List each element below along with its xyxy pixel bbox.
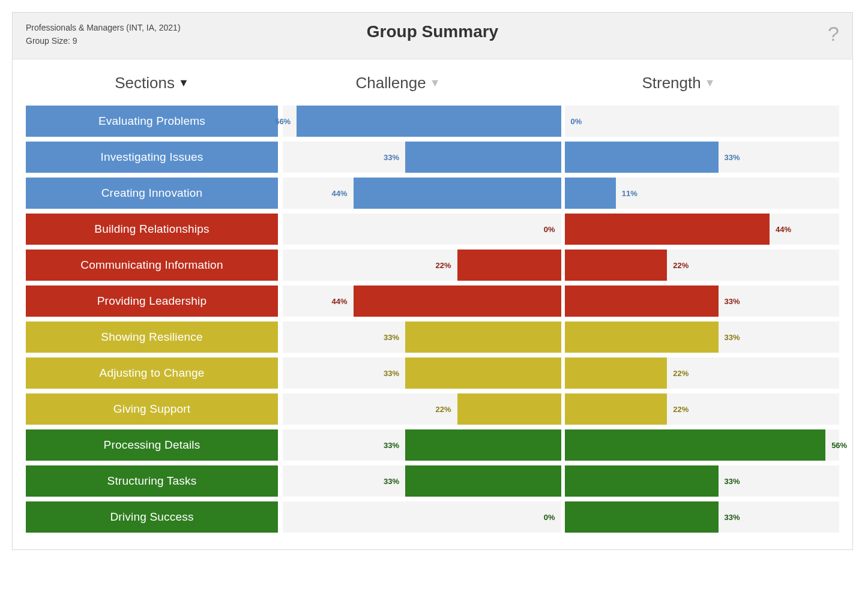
section-cell[interactable]: Investigating Issues [26, 142, 278, 173]
strength-half: 56% [561, 429, 840, 461]
strength-half: 33% [561, 286, 840, 317]
meta-line-1: Professionals & Managers (INT, IA, 2021) [26, 21, 181, 34]
challenge-bar [457, 250, 561, 281]
sort-challenge[interactable]: Challenge ▼ [278, 74, 518, 92]
challenge-half: 22% [283, 250, 561, 281]
bars-cell: 56%0% [283, 106, 839, 137]
section-cell[interactable]: Evaluating Problems [26, 106, 278, 137]
strength-half: 33% [561, 321, 840, 353]
challenge-half: 56% [283, 106, 561, 137]
bars-cell: 33%22% [283, 357, 839, 389]
challenge-bar [297, 106, 561, 137]
chart-row: Evaluating Problems56%0% [26, 106, 839, 137]
bars-cell: 0%44% [283, 214, 839, 245]
chart-row: Adjusting to Change33%22% [26, 357, 839, 389]
strength-value: 22% [673, 260, 689, 269]
help-button[interactable]: ? [828, 23, 839, 44]
chart-rows: Evaluating Problems56%0%Investigating Is… [26, 106, 839, 533]
section-cell[interactable]: Driving Success [26, 501, 278, 533]
challenge-half: 44% [283, 178, 561, 209]
section-cell[interactable]: Providing Leadership [26, 286, 278, 317]
challenge-value: 33% [384, 440, 399, 449]
col-label-challenge: Challenge [356, 74, 426, 92]
challenge-value: 33% [384, 476, 399, 485]
challenge-half: 44% [283, 286, 561, 317]
section-cell[interactable]: Structuring Tasks [26, 465, 278, 497]
challenge-bar [457, 393, 561, 425]
strength-half: 22% [561, 250, 840, 281]
section-cell[interactable]: Building Relationships [26, 214, 278, 245]
strength-bar [565, 393, 668, 425]
challenge-value: 56% [275, 116, 291, 125]
content-area: Sections ▼ Challenge ▼ Strength ▼ Evalua… [13, 59, 852, 549]
chart-row: Structuring Tasks33%33% [26, 465, 839, 497]
challenge-value: 22% [435, 260, 451, 269]
challenge-half: 33% [283, 142, 561, 173]
strength-bar [565, 178, 616, 209]
panel-header: Professionals & Managers (INT, IA, 2021)… [13, 13, 852, 59]
chart-row: Providing Leadership44%33% [26, 286, 839, 317]
bars-cell: 22%22% [283, 250, 839, 281]
chart-row: Processing Details33%56% [26, 429, 839, 461]
chart-row: Communicating Information22%22% [26, 250, 839, 281]
chart-row: Building Relationships0%44% [26, 214, 839, 245]
challenge-half: 22% [283, 393, 561, 425]
challenge-bar [405, 142, 561, 173]
strength-half: 0% [561, 106, 840, 137]
strength-bar [565, 429, 826, 461]
challenge-bar [354, 286, 561, 317]
challenge-value: 33% [384, 152, 399, 161]
challenge-value: 33% [384, 332, 399, 341]
sort-sections[interactable]: Sections ▼ [26, 74, 278, 92]
strength-bar [565, 357, 668, 389]
strength-bar [565, 286, 719, 317]
section-cell[interactable]: Creating Innovation [26, 178, 278, 209]
col-label-sections: Sections [115, 74, 175, 92]
strength-bar [565, 501, 719, 533]
challenge-half: 33% [283, 357, 561, 389]
strength-value: 33% [725, 512, 740, 521]
strength-half: 33% [561, 142, 840, 173]
strength-half: 22% [561, 357, 840, 389]
chart-row: Creating Innovation44%11% [26, 178, 839, 209]
section-cell[interactable]: Communicating Information [26, 250, 278, 281]
strength-half: 33% [561, 501, 840, 533]
strength-bar [565, 465, 719, 497]
chart-row: Driving Success0%33% [26, 501, 839, 533]
challenge-bar [354, 178, 561, 209]
strength-value: 44% [776, 224, 791, 233]
strength-bar [565, 142, 719, 173]
challenge-value: 33% [384, 368, 399, 377]
challenge-bar [405, 465, 561, 497]
strength-value: 33% [725, 476, 740, 485]
section-cell[interactable]: Showing Resilience [26, 321, 278, 353]
triangle-down-icon: ▼ [705, 77, 716, 88]
strength-half: 33% [561, 465, 840, 497]
sort-strength[interactable]: Strength ▼ [518, 74, 839, 92]
strength-value: 33% [725, 296, 740, 305]
strength-bar [565, 321, 719, 353]
challenge-value: 44% [332, 188, 348, 197]
section-cell[interactable]: Processing Details [26, 429, 278, 461]
triangle-down-icon: ▼ [430, 77, 441, 88]
bars-cell: 44%11% [283, 178, 839, 209]
challenge-half: 33% [283, 429, 561, 461]
chart-row: Showing Resilience33%33% [26, 321, 839, 353]
challenge-bar [405, 429, 561, 461]
strength-half: 11% [561, 178, 840, 209]
strength-half: 22% [561, 393, 840, 425]
section-cell[interactable]: Giving Support [26, 393, 278, 425]
strength-value: 33% [725, 332, 740, 341]
strength-value: 56% [831, 440, 847, 449]
section-cell[interactable]: Adjusting to Change [26, 357, 278, 389]
bars-cell: 44%33% [283, 286, 839, 317]
meta-line-2: Group Size: 9 [26, 34, 181, 47]
question-mark-icon: ? [828, 22, 839, 45]
group-summary-panel: Professionals & Managers (INT, IA, 2021)… [12, 12, 853, 550]
bars-cell: 0%33% [283, 501, 839, 533]
chart-row: Giving Support22%22% [26, 393, 839, 425]
chart-row: Investigating Issues33%33% [26, 142, 839, 173]
strength-value: 22% [673, 404, 689, 413]
strength-value: 0% [571, 116, 582, 125]
challenge-value: 44% [332, 296, 348, 305]
